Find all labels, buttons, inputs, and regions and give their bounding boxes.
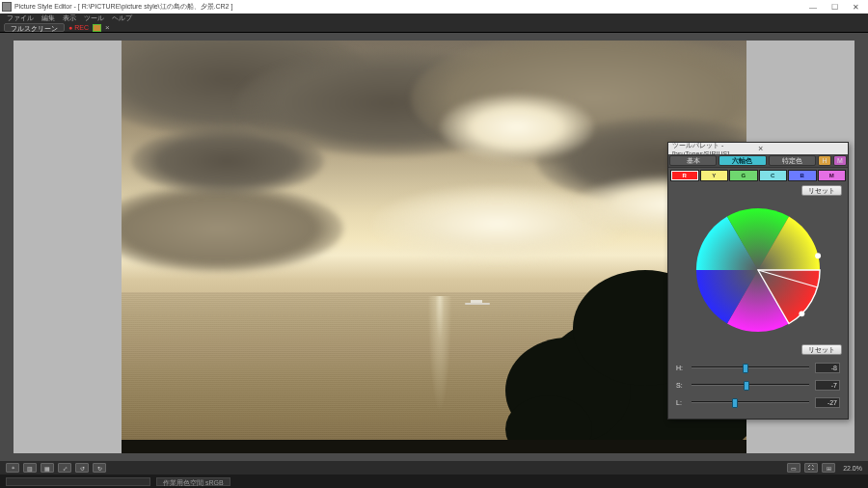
window-titlebar: Picture Style Editor - [ R:\PICTURE\pict… bbox=[0, 0, 868, 14]
status-message: 作業用色空間 sRGB bbox=[156, 477, 231, 486]
status-box bbox=[6, 477, 150, 486]
slider-h-track[interactable] bbox=[692, 366, 809, 368]
slider-l-thumb[interactable] bbox=[732, 398, 738, 408]
cloud bbox=[131, 127, 324, 195]
slider-s-track[interactable] bbox=[692, 384, 809, 386]
ship bbox=[465, 299, 490, 305]
tool-pointer[interactable]: ⌖ bbox=[6, 463, 19, 473]
bottom-toolbar: ⌖ ▥ ▦ ⤢ ↺ ↻ ▭ ⛶ ⊞ 22.0% bbox=[0, 461, 868, 474]
palette-tabs: 基本 六軸色 特定色 H M bbox=[668, 154, 848, 168]
slider-l-track[interactable] bbox=[692, 401, 809, 403]
record-indicator[interactable]: ● REC bbox=[68, 24, 89, 31]
wheel-handle-a[interactable] bbox=[815, 253, 821, 258]
tab-basic[interactable]: 基本 bbox=[669, 155, 717, 166]
menu-help[interactable]: ヘルプ bbox=[109, 14, 135, 23]
status-bar: 作業用色空間 sRGB bbox=[0, 474, 868, 488]
slider-h-value[interactable]: -8 bbox=[815, 363, 840, 373]
tool-rotate-ccw[interactable]: ↺ bbox=[75, 463, 89, 473]
window-close-button[interactable]: ✕ bbox=[845, 1, 866, 13]
tab-close-button[interactable]: × bbox=[105, 23, 110, 32]
fullscreen-button[interactable]: フルスクリーン bbox=[4, 23, 65, 32]
tool-grid-a[interactable]: ▥ bbox=[23, 463, 37, 473]
tool-view-c[interactable]: ⊞ bbox=[822, 463, 835, 473]
slider-l-label: L: bbox=[676, 399, 686, 406]
reset-wheel-button[interactable]: リセット bbox=[801, 185, 842, 196]
tab-six-axis[interactable]: 六軸色 bbox=[719, 155, 766, 166]
menu-tools[interactable]: ツール bbox=[81, 14, 107, 23]
window-minimize-button[interactable]: — bbox=[802, 1, 824, 13]
palette-close-button[interactable]: × bbox=[755, 144, 844, 153]
menu-view[interactable]: 表示 bbox=[60, 14, 79, 23]
menu-file[interactable]: ファイル bbox=[4, 14, 37, 23]
window-maximize-button[interactable]: ☐ bbox=[824, 1, 845, 13]
slider-s-thumb[interactable] bbox=[744, 381, 749, 391]
sun-glint bbox=[427, 296, 453, 421]
menu-edit[interactable]: 編集 bbox=[39, 14, 58, 23]
slider-h-thumb[interactable] bbox=[743, 364, 748, 373]
wheel-handle-b[interactable] bbox=[799, 311, 804, 316]
tool-view-b[interactable]: ⛶ bbox=[804, 463, 818, 473]
swatch-y[interactable]: Y bbox=[700, 170, 729, 181]
work-area: ツールパレット - [hsuTones/SIRIUS] × 基本 六軸色 特定色… bbox=[0, 33, 868, 461]
menubar: ファイル 編集 表示 ツール ヘルプ bbox=[0, 14, 868, 23]
slider-s-label: S: bbox=[676, 382, 686, 389]
hsl-sliders: H: -8 S: -7 L: -27 bbox=[668, 357, 848, 419]
palette-title: ツールパレット - [hsuTones/SIRIUS] bbox=[672, 141, 755, 157]
document-tab-icon[interactable] bbox=[93, 24, 101, 32]
swatch-g[interactable]: G bbox=[729, 170, 758, 181]
swatch-row: RYGCBM bbox=[670, 170, 846, 181]
tool-fit[interactable]: ⤢ bbox=[58, 463, 71, 473]
swatch-b[interactable]: B bbox=[788, 170, 817, 181]
mini-m-button[interactable]: M bbox=[833, 155, 847, 166]
bottom-foreground bbox=[122, 440, 746, 453]
photo-canvas[interactable] bbox=[122, 41, 746, 453]
slider-l-value[interactable]: -27 bbox=[815, 397, 840, 408]
mini-h-button[interactable]: H bbox=[818, 155, 831, 166]
zoom-level[interactable]: 22.0% bbox=[843, 465, 862, 472]
tab-specific[interactable]: 特定色 bbox=[769, 155, 816, 166]
slider-s-value[interactable]: -7 bbox=[815, 380, 840, 391]
tab-strip: フルスクリーン ● REC × bbox=[0, 23, 868, 33]
slider-h-label: H: bbox=[676, 365, 686, 371]
tool-view-a[interactable]: ▭ bbox=[787, 463, 800, 473]
color-wheel[interactable] bbox=[692, 203, 825, 337]
window-title: Picture Style Editor - [ R:\PICTURE\pict… bbox=[14, 2, 802, 12]
swatch-m[interactable]: M bbox=[818, 170, 847, 181]
reset-sliders-button[interactable]: リセット bbox=[801, 344, 842, 355]
app-icon bbox=[2, 2, 12, 12]
swatch-r[interactable]: R bbox=[670, 170, 699, 181]
tool-palette[interactable]: ツールパレット - [hsuTones/SIRIUS] × 基本 六軸色 特定色… bbox=[667, 142, 849, 420]
tool-rotate-cw[interactable]: ↻ bbox=[93, 463, 106, 473]
tool-grid-b[interactable]: ▦ bbox=[41, 463, 54, 473]
cloud bbox=[440, 94, 594, 161]
palette-titlebar[interactable]: ツールパレット - [hsuTones/SIRIUS] × bbox=[668, 143, 848, 154]
swatch-c[interactable]: C bbox=[759, 170, 788, 181]
